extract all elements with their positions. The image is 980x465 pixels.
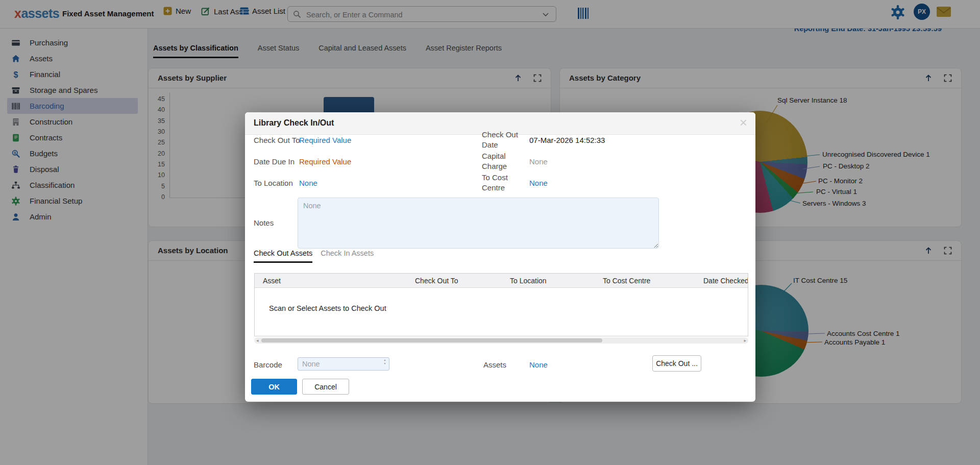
check-out-date-label: Check Out Date: [482, 130, 524, 150]
capital-charge-label: Capital Charge: [482, 151, 524, 172]
assets-value[interactable]: None: [529, 360, 548, 370]
scrollbar-thumb[interactable]: [261, 338, 602, 342]
column-header-check-out-to: Check Out To: [415, 277, 458, 285]
tab-check-in-assets[interactable]: Check In Assets: [321, 249, 374, 263]
date-due-in-value[interactable]: Required Value: [299, 157, 351, 167]
grid-header-row: Asset Check Out To To Location To Cost C…: [255, 274, 748, 288]
column-header-to-location: To Location: [510, 277, 547, 285]
dialog-tabs: Check Out Assets Check In Assets: [254, 249, 374, 263]
barcode-label: Barcode: [254, 360, 282, 370]
assets-label: Assets: [483, 360, 506, 370]
barcode-input[interactable]: [298, 357, 389, 371]
grid-empty-message: Scan or Select Assets to Check Out: [269, 304, 386, 312]
grid-horizontal-scrollbar[interactable]: ◂ ▸: [254, 337, 748, 344]
notes-textarea[interactable]: [298, 198, 659, 249]
to-cost-centre-value[interactable]: None: [529, 178, 548, 188]
to-location-value[interactable]: None: [299, 178, 317, 188]
spin-down-icon[interactable]: ▼: [384, 362, 386, 365]
check-out-button[interactable]: Check Out ...: [652, 355, 701, 372]
cancel-button[interactable]: Cancel: [302, 379, 349, 395]
column-header-date-checked-out: Date Checked O: [703, 277, 748, 285]
ok-button[interactable]: OK: [251, 379, 297, 395]
assets-grid: Asset Check Out To To Location To Cost C…: [254, 273, 748, 336]
scroll-right-icon[interactable]: ▸: [744, 337, 746, 344]
scroll-left-icon[interactable]: ◂: [256, 337, 259, 344]
spin-up-icon[interactable]: ▲: [384, 358, 386, 361]
dialog-title: Library Check In/Out: [254, 118, 334, 128]
check-out-date-value: 07-Mar-2026 14:52:33: [529, 135, 605, 145]
date-due-in-label: Date Due In: [254, 157, 295, 167]
column-header-asset: Asset: [263, 277, 281, 285]
to-location-label: To Location: [254, 178, 293, 188]
spinner-icons[interactable]: ▲▼: [382, 358, 388, 365]
check-out-to-label: Check Out To: [254, 135, 300, 145]
close-icon[interactable]: ×: [740, 115, 747, 130]
tab-check-out-assets[interactable]: Check Out Assets: [254, 249, 312, 263]
app-window: xassets Fixed Asset Management New Last …: [0, 0, 980, 465]
column-header-to-cost-centre: To Cost Centre: [603, 277, 650, 285]
to-cost-centre-label: To Cost Centre: [482, 173, 524, 193]
capital-charge-value: None: [529, 157, 548, 167]
check-out-to-value[interactable]: Required Value: [299, 135, 351, 145]
library-check-in-out-dialog: Library Check In/Out × Check Out To Requ…: [245, 112, 755, 402]
notes-label: Notes: [254, 218, 274, 228]
